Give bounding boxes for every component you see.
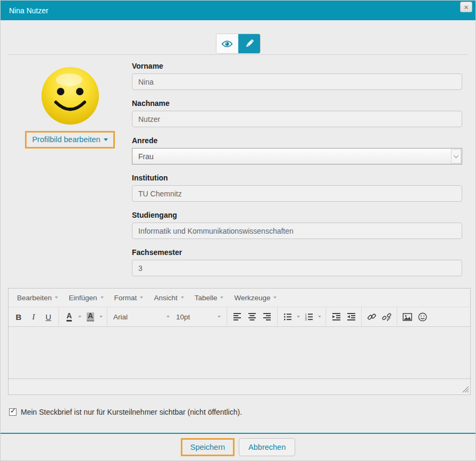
dialog-header: Nina Nutzer	[1, 1, 475, 20]
institution-label: Institution	[132, 172, 462, 183]
eye-icon	[221, 40, 233, 48]
anrede-label: Anrede	[132, 135, 462, 146]
align-left-icon	[233, 313, 241, 320]
group-align	[227, 307, 277, 326]
chevron-down-icon	[454, 153, 459, 158]
align-left-button[interactable]	[230, 309, 244, 324]
caret-down-icon	[273, 297, 277, 299]
view-mode-button[interactable]	[216, 34, 238, 53]
menu-ansicht[interactable]: Ansicht	[148, 291, 189, 305]
nachname-field[interactable]	[132, 111, 462, 127]
background-color-button[interactable]: A	[83, 309, 97, 324]
menu-bearbeiten[interactable]: Bearbeiten	[12, 291, 63, 305]
chevron-down-icon	[104, 138, 108, 141]
align-center-button[interactable]	[245, 309, 259, 324]
menu-tabelle[interactable]: Tabelle	[189, 291, 229, 305]
privacy-setting: ✓ Mein Steckbrief ist nur für Kursteilne…	[9, 408, 242, 416]
studiengang-label: Studiengang	[132, 210, 462, 220]
group-indent	[325, 307, 361, 326]
pencil-icon	[244, 38, 255, 50]
form-group-nachname: Nachname	[132, 98, 462, 127]
caret-down-icon	[218, 316, 221, 318]
remove-link-button[interactable]	[380, 309, 394, 324]
menu-einfuegen[interactable]: Einfügen	[63, 291, 108, 305]
edit-profile-picture-label: Profilbild bearbeiten	[32, 135, 100, 144]
bold-button[interactable]: B	[12, 309, 26, 324]
editor-content-area[interactable]	[9, 326, 470, 378]
italic-button[interactable]: I	[27, 309, 40, 324]
forecolor-icon: A	[66, 312, 72, 322]
anrede-selected-value: Frau	[138, 152, 154, 161]
menu-werkzeuge[interactable]: Werkzeuge	[229, 291, 282, 305]
anrede-select[interactable]: Frau	[132, 148, 462, 164]
edit-profile-picture-button[interactable]: Profilbild bearbeiten	[25, 131, 114, 149]
outdent-icon	[347, 313, 356, 320]
form-group-institution: Institution	[132, 172, 462, 202]
image-icon	[403, 313, 412, 321]
bullet-list-button[interactable]	[281, 309, 295, 324]
dialog-footer: Speichern Abbrechen	[1, 434, 475, 460]
cancel-button[interactable]: Abbrechen	[239, 438, 295, 456]
align-center-icon	[248, 313, 256, 320]
group-lists: 123	[277, 307, 325, 326]
header-divider	[8, 54, 468, 55]
save-button[interactable]: Speichern	[181, 438, 235, 456]
numbered-list-button[interactable]: 123	[302, 309, 316, 324]
font-family-select[interactable]: Arial	[110, 309, 173, 324]
fachsemester-label: Fachsemester	[132, 247, 462, 258]
link-icon	[367, 312, 377, 322]
profile-dialog: Nina Nutzer ×	[0, 0, 476, 461]
editor-toolbar: B I U A A Arial 10pt	[9, 307, 470, 326]
menu-format[interactable]: Format	[109, 291, 149, 305]
insert-image-button[interactable]	[400, 309, 414, 324]
check-icon: ✓	[10, 407, 16, 414]
menu-label: Bearbeiten	[17, 294, 52, 302]
insert-link-button[interactable]	[365, 309, 379, 324]
caret-down-icon	[220, 297, 223, 299]
close-button[interactable]: ×	[460, 2, 472, 12]
align-right-button[interactable]	[260, 309, 274, 324]
backcolor-icon: A	[87, 312, 94, 322]
caret-down-icon	[318, 316, 321, 318]
align-right-icon	[263, 313, 271, 320]
group-links	[361, 307, 397, 326]
bullet-list-caret[interactable]	[295, 309, 302, 324]
select-arrow-button[interactable]	[451, 149, 461, 163]
emoticon-icon	[418, 312, 427, 322]
font-size-select[interactable]: 10pt	[173, 309, 224, 324]
vorname-field[interactable]	[132, 73, 462, 90]
indent-icon	[332, 313, 341, 320]
numbered-list-caret[interactable]	[316, 309, 323, 324]
text-color-caret[interactable]	[77, 309, 83, 324]
group-font: Arial 10pt	[107, 307, 227, 326]
menu-label: Einfügen	[69, 294, 97, 302]
editor-statusbar	[9, 378, 470, 394]
underline-button[interactable]: U	[41, 309, 55, 324]
svg-text:3: 3	[305, 318, 307, 320]
form-group-anrede: Anrede Frau	[132, 135, 462, 164]
dialog-title: Nina Nutzer	[9, 6, 48, 15]
caret-down-icon	[55, 297, 58, 299]
outdent-button[interactable]	[344, 309, 358, 324]
caret-down-icon	[78, 316, 81, 318]
resize-grip-icon[interactable]	[462, 386, 469, 393]
unlink-icon	[382, 312, 391, 322]
text-color-button[interactable]: A	[62, 309, 76, 324]
privacy-checkbox[interactable]: ✓	[9, 408, 16, 416]
font-family-value: Arial	[113, 313, 128, 321]
insert-emoticon-button[interactable]	[415, 309, 429, 324]
nachname-label: Nachname	[132, 98, 462, 109]
form-group-vorname: Vorname	[132, 61, 462, 90]
form-group-studiengang: Studiengang	[132, 210, 462, 239]
fachsemester-field[interactable]	[132, 260, 462, 276]
edit-mode-button[interactable]	[238, 34, 260, 53]
menu-label: Tabelle	[195, 294, 218, 302]
profile-form: Vorname Nachname Anrede Frau Institution…	[132, 61, 462, 284]
menu-label: Ansicht	[154, 294, 177, 302]
group-media	[397, 307, 432, 326]
font-size-value: 10pt	[176, 313, 190, 321]
background-color-caret[interactable]	[98, 309, 104, 324]
indent-button[interactable]	[329, 309, 343, 324]
studiengang-field[interactable]	[132, 223, 462, 239]
institution-field[interactable]	[132, 185, 462, 202]
